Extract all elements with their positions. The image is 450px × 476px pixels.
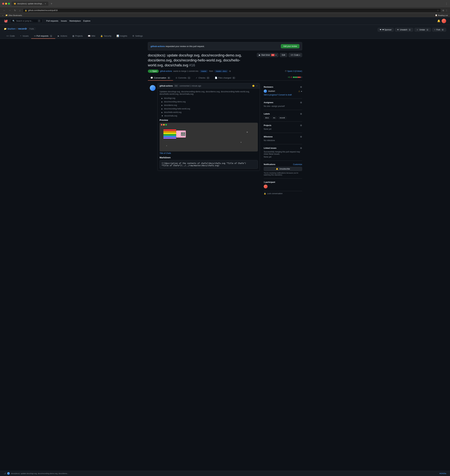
pr-tab-checks[interactable]: ✓ Checks 0 [193, 75, 212, 81]
user-avatar[interactable] [442, 19, 446, 23]
tab-settings[interactable]: ⚙ Settings [130, 33, 145, 39]
reviewer-name[interactable]: bkahlert [268, 90, 275, 92]
assignees-value[interactable]: No one—assign yourself [264, 105, 302, 107]
other-bookmarks[interactable]: 📁 Other Bookmarks [6, 14, 22, 16]
repo-name-link[interactable]: recordr [18, 27, 27, 30]
label-rec[interactable]: rec [272, 116, 277, 119]
watch-count: 1 [408, 29, 411, 31]
add-review-button[interactable]: Add your review [281, 44, 299, 48]
chafa-title-link[interactable]: Title of Chafa [160, 152, 258, 154]
maximize-button[interactable] [8, 3, 10, 5]
tab-favicon: 🐱 [14, 3, 16, 5]
projects-settings-icon[interactable]: ⚙ [300, 124, 302, 127]
sponsor-button[interactable]: ❤ ❤ Sponsor [378, 28, 394, 32]
tab-wiki[interactable]: 📖 Wiki [85, 33, 98, 39]
home-button[interactable]: ⌂ [18, 8, 21, 12]
visibility-badge: Public [28, 28, 36, 30]
browser-menu-icon[interactable]: ⋮ [445, 2, 448, 5]
pr-tab-files-changed[interactable]: 📄 Files changed 6 [212, 75, 238, 81]
comment-more-icon[interactable]: ⋯ [256, 85, 258, 87]
star-button[interactable]: ☆ Unstar 1 [414, 28, 431, 32]
github-logo[interactable]: 🐙 [4, 19, 8, 23]
commit-hash[interactable]: 442420a [439, 472, 446, 474]
refresh-button[interactable]: ↻ [13, 8, 17, 12]
unsubscribe-button[interactable]: 🔔 Unsubscribe [264, 167, 302, 171]
comment-author[interactable]: github-actions [160, 85, 173, 87]
timer-dropdown-icon[interactable]: ▾ [276, 54, 276, 56]
github-search[interactable]: 🔍 Search or jump to... / [10, 19, 42, 23]
bookmark-icon[interactable]: ☆ [437, 9, 439, 12]
file-item-recording-demo[interactable]: ▶ docs/recording-demo.svg [160, 100, 258, 104]
nav-pull-requests[interactable]: Pull requests [46, 20, 58, 22]
customize-link[interactable]: Customize [293, 163, 302, 165]
label-docs[interactable]: docs [264, 116, 270, 119]
notifications-icon[interactable]: 🔔 [437, 19, 440, 22]
reading-list-item[interactable]: 📋 Reading List [435, 14, 448, 16]
spent-label[interactable]: Spent: 0 (0 timer) [287, 70, 302, 72]
comment-time: commented 1 minute ago [180, 85, 201, 87]
nav-explore[interactable]: Explore [83, 20, 90, 22]
pr-tab-commits[interactable]: ⊙ Commits 1 [173, 75, 193, 81]
assignees-settings-icon[interactable]: ⚙ [300, 101, 302, 104]
pr-main-thread: github-actions bot commented 1 minute ag… [148, 83, 260, 195]
head-branch[interactable]: master---docs [214, 70, 228, 72]
linked-issues-settings-icon[interactable]: ⚙ [300, 147, 302, 149]
code-dropdown-button[interactable]: </> Code ▾ [289, 53, 302, 57]
labels-header: Labels ⚙ [264, 113, 302, 115]
browser-tab[interactable]: 🐱 docs(docs): update docs/logr... ✕ [12, 2, 48, 6]
edit-button[interactable]: Edit [280, 53, 287, 57]
owner-link[interactable]: bkahlert [7, 28, 16, 30]
file-item-hello[interactable]: ▶ docs/hello-world.svg [160, 111, 258, 114]
convert-to-draft-link[interactable]: Still in progress? Convert to draft [264, 94, 302, 96]
nav-issues[interactable]: Issues [61, 20, 67, 22]
tab-insights[interactable]: 📊 Insights [114, 33, 130, 39]
github-nav: Pull requests Issues Marketplace Explore [46, 20, 90, 22]
clock-icon: ⏱ [285, 70, 287, 72]
file-arrow-icon: ▶ [161, 97, 163, 99]
review-banner-author[interactable]: github-actions [151, 45, 165, 47]
lock-conversation-button[interactable]: 🔒 Lock conversation [264, 192, 302, 195]
back-button[interactable]: ← [2, 8, 6, 12]
tab-issues[interactable]: ⚬ Issues [17, 33, 31, 39]
tab-security[interactable]: 🔒 Security [98, 33, 114, 39]
tab-code[interactable]: <> Code [4, 33, 17, 39]
emoji-reaction-icon[interactable]: 🙂 [252, 85, 255, 87]
pr-meta: ⇢ Open github-actions wants to merge 1 c… [148, 70, 302, 73]
pr-author[interactable]: github-actions [160, 70, 172, 72]
tab-pull-requests[interactable]: ⇢ Pull requests 1 [31, 33, 55, 39]
fork-button[interactable]: ⑂ Fork 0 [432, 28, 446, 32]
milestone-settings-icon[interactable]: ⚙ [300, 135, 302, 138]
new-tab-button[interactable]: + [51, 2, 52, 6]
copy-branch-icon[interactable]: ⧉ [229, 70, 231, 72]
nav-marketplace[interactable]: Marketplace [70, 20, 81, 22]
preview-window-dots [161, 124, 256, 126]
checks-label: Checks [198, 76, 205, 79]
reviewer-status: ⚠ ● [298, 90, 302, 93]
browser-profile[interactable]: ⋮ [445, 9, 448, 12]
watch-button[interactable]: 👁 Unwatch 1 [395, 28, 413, 32]
labels-settings-icon[interactable]: ⚙ [300, 113, 302, 115]
labels-list: docs rec recordr [264, 117, 302, 119]
start-timer-button[interactable]: ▶ Start timer 50 ▾ [257, 53, 278, 57]
close-button[interactable] [2, 3, 4, 5]
file-item-chafa[interactable]: ▼ docs/chafa.svg [160, 114, 258, 118]
label-recordr[interactable]: recordr [278, 116, 287, 119]
base-branch[interactable]: master [200, 70, 208, 72]
file-item-logr[interactable]: ▶ docs/logr.svg [160, 96, 258, 100]
pr-tab-conversation[interactable]: 💬 Conversation 0 [148, 75, 173, 81]
minimize-button[interactable] [5, 3, 7, 5]
pr-meta-right: ⏱ Spent: 0 (0 timer) [285, 70, 302, 72]
address-bar[interactable]: 🔒 github.com/bkahlert/recordr/pull/16 ☆ [23, 8, 441, 12]
github-header-right: 🔔 [437, 19, 446, 23]
file-item-recording-hello[interactable]: ▶ docs/recording-hello-world.svg [160, 107, 258, 111]
folder-icon: 📁 [6, 14, 8, 16]
tab-projects[interactable]: ▦ Projects [70, 33, 85, 39]
reviewers-settings-icon[interactable]: ⚙ [300, 86, 302, 88]
participant-avatar[interactable] [264, 185, 267, 188]
forward-button[interactable]: → [8, 8, 12, 12]
tab-close-button[interactable]: ✕ [45, 3, 46, 5]
review-banner-message: requested your review on this pull reque… [166, 45, 205, 47]
file-item-demo[interactable]: ▶ docs/demo.svg [160, 104, 258, 107]
tab-actions[interactable]: ▶ Actions [55, 33, 70, 39]
review-banner-text: github-actions requested your review on … [151, 45, 205, 47]
